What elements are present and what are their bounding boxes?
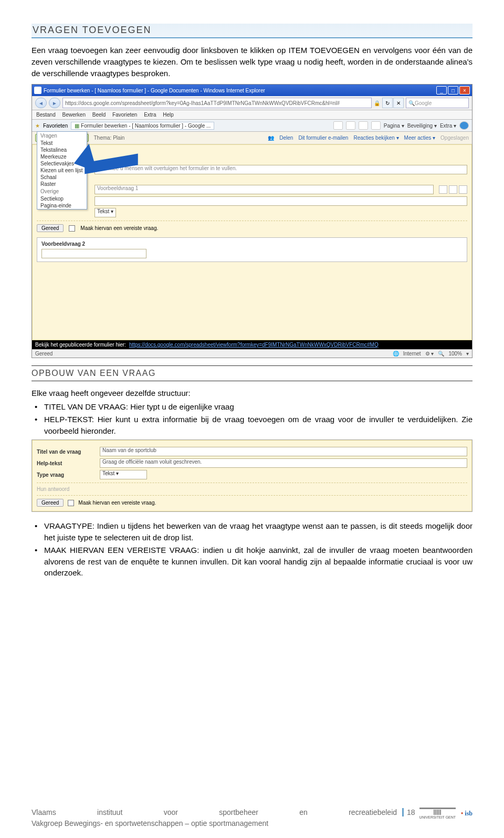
status-text: Gereed: [35, 351, 52, 357]
required-checkbox[interactable]: [69, 225, 75, 232]
menu-item[interactable]: Help: [163, 112, 174, 118]
publish-bar: Bekijk het gepubliceerde formulier hier:…: [32, 340, 472, 349]
form-editing-area: Vragen Tekst Tekstalinea Meerkeuze Selec…: [32, 144, 472, 340]
page-number: 18: [402, 808, 415, 816]
footer-word: instituut: [97, 808, 122, 816]
footer-word: en: [299, 808, 308, 816]
footer-word: voor: [164, 808, 178, 816]
footer-line-2: Vakgroep Bewegings- en sportwetenschappe…: [32, 819, 472, 827]
screenshot-ie-form: Formulier bewerken - [ Naamloos formulie…: [32, 84, 472, 358]
dropdown-item[interactable]: Raster: [37, 181, 87, 187]
help-text-input[interactable]: Graag de officiële naam voluit geschreve…: [100, 458, 467, 468]
help-icon[interactable]: [459, 121, 469, 130]
star-icon[interactable]: ★: [35, 123, 40, 129]
edit-icon[interactable]: [439, 185, 447, 194]
stop-button[interactable]: ✕: [393, 98, 404, 108]
publish-link[interactable]: https://docs.google.com/spreadsheet/view…: [129, 342, 379, 348]
field-label: Help-tekst: [37, 460, 94, 466]
lock-icon: 🔒: [374, 100, 380, 106]
question-title-input[interactable]: Voorbeeldvraag 1: [94, 185, 434, 194]
bullet-item: TITEL VAN DE VRAAG: Hier typt u de eigen…: [44, 401, 472, 413]
dropdown-item[interactable]: Sectiekop: [37, 195, 87, 202]
ie-menu[interactable]: Beveiliging ▾: [407, 123, 437, 129]
footer-word: sportbeheer: [219, 808, 258, 816]
menu-item[interactable]: Bewerken: [62, 112, 85, 118]
more-actions-link[interactable]: Meer acties ▾: [404, 135, 435, 141]
type-select[interactable]: Tekst ▾: [100, 470, 147, 479]
nav-forward[interactable]: ►: [49, 98, 60, 108]
bullet-item: HELP-TEKST: Hier kunt u extra informatie…: [44, 414, 472, 437]
window-close[interactable]: ×: [459, 86, 470, 95]
type-select[interactable]: Tekst ▾: [94, 208, 116, 217]
status-internet: Internet: [403, 351, 421, 357]
delete-icon[interactable]: [459, 185, 467, 194]
intro-paragraph: Een vraag toevoegen kan zeer eenvoudig d…: [32, 45, 472, 79]
ie-status-bar: Gereed 🌐 Internet ⚙ ▾ 🔍 100% ▾: [32, 349, 472, 358]
favorites-bar: ★ Favorieten ▦ Formulier bewerken - [ Na…: [32, 120, 472, 132]
bullet-list-2: VRAAGTYPE: Indien u tijdens het bewerken…: [32, 520, 472, 579]
form-hint-input[interactable]: waarmee u mensen wilt overtuigen het for…: [94, 165, 467, 174]
window-maximize[interactable]: □: [448, 86, 458, 95]
ie-menu[interactable]: Extra ▾: [440, 123, 456, 129]
search-field[interactable]: 🔍 Google: [406, 98, 469, 108]
ie-menu[interactable]: Pagina ▾: [384, 123, 404, 129]
feeds-button[interactable]: [346, 121, 355, 130]
bullet-item: MAAK HIERVAN EEN VEREISTE VRAAG: indien …: [44, 544, 472, 579]
mail-button[interactable]: [359, 121, 368, 130]
menu-item[interactable]: Beeld: [92, 112, 106, 118]
required-label: Maak hiervan een vereiste vraag.: [78, 500, 156, 506]
theme-label[interactable]: Thema: Plain: [94, 135, 125, 141]
field-label: Titel van de vraag: [37, 449, 94, 455]
window-titlebar: Formulier bewerken - [ Naamloos formulie…: [32, 85, 472, 96]
window-title: Formulier bewerken - [ Naamloos formulie…: [44, 88, 265, 93]
responses-link[interactable]: Reacties bekijken ▾: [353, 135, 398, 141]
favorites-label: Favorieten: [43, 123, 68, 129]
done-button[interactable]: Gereed: [37, 499, 64, 507]
refresh-button[interactable]: ↻: [382, 98, 393, 108]
browser-tab[interactable]: ▦ Formulier bewerken - [ Naamloos formul…: [71, 122, 214, 130]
lead-sentence: Elke vraag heeft ongeveer dezelfde struc…: [32, 387, 472, 399]
page-footer: Vlaams instituut voor sportbeheer en rec…: [32, 808, 472, 827]
isb-logo: isb: [461, 810, 472, 818]
required-label: Maak hiervan een vereiste vraag.: [80, 225, 158, 231]
dropdown-item[interactable]: Pagina-einde: [37, 202, 87, 209]
status-zoom[interactable]: 100%: [448, 351, 462, 357]
ugent-logo: UNIVERSITEIT GENT: [419, 808, 456, 819]
nav-back[interactable]: ◄: [35, 98, 47, 108]
publish-label: Bekijk het gepubliceerde formulier hier:: [35, 342, 126, 348]
menu-item[interactable]: Bestand: [36, 112, 56, 118]
address-bar-row: ◄ ► https://docs.google.com/spreadsheet/…: [32, 96, 472, 110]
question-title-input[interactable]: Naam van de sportclub: [100, 447, 467, 456]
section-heading-1: VRAGEN TOEVOEGEN: [32, 24, 472, 38]
saved-label: Opgeslagen: [440, 135, 469, 141]
sample-question-preview: Voorbeeldvraag 2: [37, 237, 467, 262]
ie-menubar: Bestand Bewerken Beeld Favorieten Extra …: [32, 110, 472, 120]
dropdown-header: Vragen: [37, 132, 87, 140]
url-field[interactable]: https://docs.google.com/spreadsheet/gfor…: [62, 98, 372, 108]
share-link[interactable]: Delen: [279, 135, 293, 141]
print-button[interactable]: [371, 121, 381, 130]
menu-item[interactable]: Favorieten: [112, 112, 137, 118]
globe-icon: 🌐: [393, 351, 399, 357]
protected-icon: ⚙ ▾: [425, 351, 434, 357]
annotation-arrow: [48, 145, 148, 176]
dropdown-header: Overige: [37, 187, 87, 195]
menu-item[interactable]: Extra: [144, 112, 156, 118]
sample-answer-input[interactable]: [41, 249, 146, 258]
done-button[interactable]: Gereed: [37, 224, 64, 232]
screenshot-question-editor: Titel van de vraag Naam van de sportclub…: [32, 439, 472, 512]
footer-word: Vlaams: [32, 808, 56, 816]
answer-placeholder: Hun antwoord: [37, 483, 467, 492]
ie-icon: [34, 87, 41, 94]
google-doc-toolbar: ✚ Item toevoegen ▾ Thema: Plain 👥 Delen …: [32, 132, 472, 144]
bullet-list-1: TITEL VAN DE VRAAG: Hier typt u de eigen…: [32, 401, 472, 436]
copy-icon[interactable]: [449, 185, 457, 194]
window-minimize[interactable]: _: [436, 86, 447, 95]
help-text-input[interactable]: [94, 196, 467, 206]
email-form-link[interactable]: Dit formulier e-mailen: [298, 135, 348, 141]
sharing-icon: 👥: [268, 135, 274, 141]
field-label: Type vraag: [37, 472, 94, 478]
required-checkbox[interactable]: [68, 500, 74, 506]
zoom-icon: 🔍: [438, 351, 444, 357]
home-button[interactable]: [333, 121, 343, 130]
